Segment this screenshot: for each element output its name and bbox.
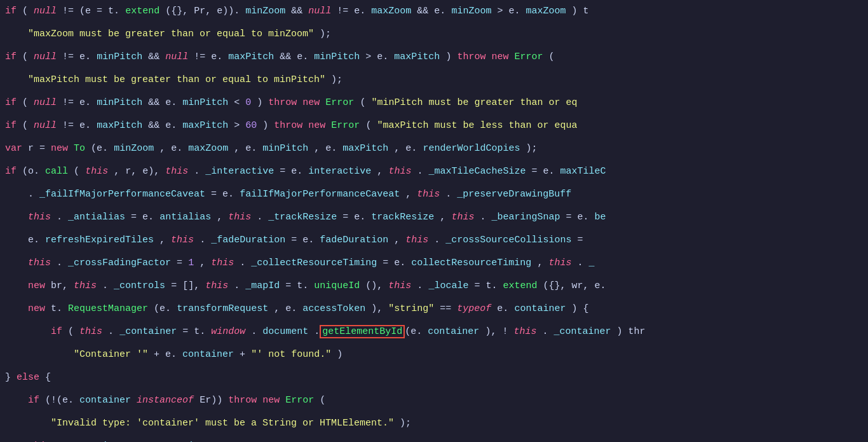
code-line-7: var r = new To (e. minZoom , e. maxZoom … xyxy=(0,137,868,160)
code-line-20: this . _container = e. container ; xyxy=(0,435,868,442)
code-line-17: } else { xyxy=(0,366,868,389)
highlighted-getelementbyid: getElementById xyxy=(320,325,405,338)
code-line-10: this . _antialias = e. antialias , this … xyxy=(0,206,868,229)
code-line-14: new t. RequestManager (e. transformReque… xyxy=(0,298,868,321)
code-line-8: if (o. call ( this , r, e), this . _inte… xyxy=(0,160,868,183)
code-line-1: if ( null != (e = t. extend ({}, Pr, e))… xyxy=(0,0,868,23)
code-line-5: if ( null != e. minPitch && e. minPitch … xyxy=(0,92,868,114)
code-line-13: new br, this . _controls = [], this . _m… xyxy=(0,275,868,298)
code-line-6: if ( null != e. maxPitch && e. maxPitch … xyxy=(0,114,868,137)
code-editor: if ( null != (e = t. extend ({}, Pr, e))… xyxy=(0,0,868,442)
code-line-9: . _failIfMajorPerformanceCaveat = e. fai… xyxy=(0,183,868,206)
code-line-3: if ( null != e. minPitch && null != e. m… xyxy=(0,46,868,69)
code-line-2: "maxZoom must be greater than or equal t… xyxy=(0,23,868,46)
code-line-15: if ( this . _container = t. window . doc… xyxy=(0,321,868,343)
code-line-4: "maxPitch must be greater than or equal … xyxy=(0,69,868,92)
code-line-18: if (!(e. container instanceof Er)) throw… xyxy=(0,389,868,412)
code-line-12: this . _crossFadingFactor = 1 , this . _… xyxy=(0,252,868,275)
code-line-11: e. refreshExpiredTiles , this . _fadeDur… xyxy=(0,229,868,252)
code-line-19: "Invalid type: 'container' must be a Str… xyxy=(0,412,868,435)
code-line-16: "Container '" + e. container + "' not fo… xyxy=(0,343,868,366)
